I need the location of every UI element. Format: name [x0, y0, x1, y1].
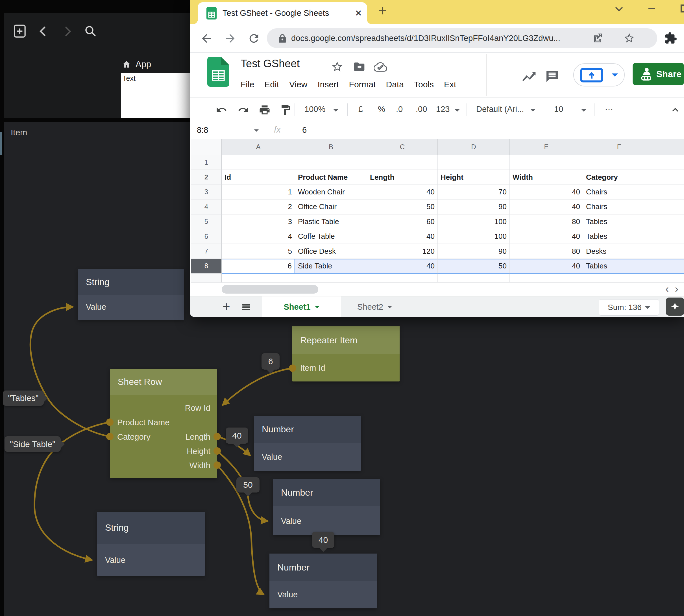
cell-A9[interactable] [222, 273, 295, 283]
cell-A4[interactable]: 2 [222, 199, 295, 214]
name-box[interactable]: 8:8 [197, 126, 208, 135]
row-header-9[interactable] [191, 273, 222, 283]
more-toolbar-button[interactable]: ⋯ [605, 105, 614, 114]
col-header-A[interactable]: A [222, 139, 295, 155]
cell-D6[interactable]: 100 [438, 229, 510, 244]
cell-F1[interactable] [583, 155, 655, 170]
row-header-6[interactable]: 6 [191, 229, 222, 244]
increase-decimal-button[interactable]: .00 [416, 105, 427, 114]
row-header-5[interactable]: 5 [191, 215, 222, 229]
node-number-length[interactable]: Number Value [254, 416, 361, 471]
decrease-decimal-button[interactable]: .0 [396, 105, 403, 114]
back-icon[interactable] [200, 32, 213, 45]
cell-E2[interactable]: Width [510, 170, 583, 184]
cell-D7[interactable]: 90 [438, 244, 510, 259]
node-string-bottom[interactable]: String Value [97, 512, 205, 576]
cloud-status-icon[interactable] [374, 61, 387, 73]
port-width[interactable]: Width [189, 461, 210, 470]
node-number-width[interactable]: Number Value [269, 553, 377, 608]
browser-tab[interactable]: Test GSheet - Google Sheets ✕ [198, 2, 367, 24]
cell-B1[interactable] [295, 155, 367, 170]
all-sheets-icon[interactable] [242, 304, 250, 310]
cell-F3[interactable]: Chairs [583, 185, 655, 199]
cell-C9[interactable] [367, 273, 438, 283]
cell-F5[interactable]: Tables [583, 215, 655, 229]
cell-C8[interactable]: 40 [367, 259, 438, 273]
col-header-G[interactable] [655, 139, 684, 155]
forward-button[interactable] [61, 24, 74, 39]
cell-B8[interactable]: Side Table [295, 259, 367, 273]
more-formats-button[interactable]: 123 [436, 105, 450, 114]
document-title[interactable]: Test GSheet [241, 58, 300, 70]
port-item-id[interactable]: Item Id [300, 364, 325, 373]
star-icon[interactable] [331, 61, 343, 73]
cell-B9[interactable] [295, 273, 367, 283]
sheet-tab-sheet2[interactable]: Sheet2 [348, 296, 402, 317]
cell-E6[interactable]: 40 [510, 229, 583, 244]
print-icon[interactable] [259, 104, 271, 116]
cell-G1[interactable] [655, 155, 684, 170]
row-header-2[interactable]: 2 [191, 170, 222, 184]
horizontal-scrollbar[interactable] [222, 285, 318, 293]
cell-F9[interactable] [583, 273, 655, 283]
cell-D3[interactable]: 70 [438, 185, 510, 199]
port-row-id[interactable]: Row Id [185, 403, 210, 413]
reload-icon[interactable] [247, 32, 260, 45]
cell-A3[interactable]: 1 [222, 185, 295, 199]
component-item-label[interactable]: Item [11, 128, 27, 137]
menu-view[interactable]: View [289, 80, 307, 89]
cell-C2[interactable]: Length [367, 170, 438, 184]
row-header-4[interactable]: 4 [191, 199, 222, 214]
cell-B5[interactable]: Plastic Table [295, 215, 367, 229]
col-header-E[interactable]: E [510, 139, 583, 155]
cell-C7[interactable]: 120 [367, 244, 438, 259]
cell-C4[interactable]: 50 [367, 199, 438, 214]
node-number-height[interactable]: Number Value [273, 479, 380, 535]
collapse-toolbar-icon[interactable] [670, 105, 681, 115]
format-percent-button[interactable]: % [378, 105, 385, 114]
cell-E3[interactable]: 40 [510, 185, 583, 199]
menu-file[interactable]: File [241, 80, 254, 89]
cell-D8[interactable]: 50 [438, 259, 510, 273]
cell-G5[interactable] [655, 215, 684, 229]
cell-E1[interactable] [510, 155, 583, 170]
cell-D9[interactable] [438, 273, 510, 283]
port-value[interactable]: Value [277, 590, 298, 599]
node-repeater-item[interactable]: Repeater Item Item Id [292, 326, 400, 381]
port-value[interactable]: Value [86, 302, 106, 312]
row-header-1[interactable]: 1 [191, 155, 222, 170]
cell-F2[interactable]: Category [583, 170, 655, 184]
search-icon[interactable] [83, 23, 98, 39]
add-sheet-icon[interactable]: + [223, 299, 230, 314]
cell-B2[interactable]: Product Name [295, 170, 367, 184]
window-minimize-icon[interactable] [645, 2, 659, 15]
cell-G7[interactable] [655, 244, 684, 259]
url-bar[interactable]: docs.google.com/spreadsheets/d/1D3IRuxIl… [267, 28, 657, 48]
preview-text-component[interactable]: Text [121, 73, 190, 118]
port-length[interactable]: Length [185, 432, 210, 442]
new-tab-icon[interactable]: + [379, 2, 387, 19]
extensions-puzzle-icon[interactable] [664, 32, 677, 45]
undo-icon[interactable] [216, 104, 228, 116]
cell-B4[interactable]: Office Chair [295, 199, 367, 214]
row-header-7[interactable]: 7 [191, 244, 222, 259]
cell-G9[interactable] [655, 273, 684, 283]
cell-B6[interactable]: Coffe Table [295, 229, 367, 244]
cell-G6[interactable] [655, 229, 684, 244]
redo-icon[interactable] [237, 104, 249, 116]
cell-C1[interactable] [367, 155, 438, 170]
cell-B3[interactable]: Wooden Chair [295, 185, 367, 199]
cell-G4[interactable] [655, 199, 684, 214]
port-category[interactable]: Category [117, 432, 151, 442]
col-header-D[interactable]: D [438, 139, 510, 155]
scroll-left-icon[interactable]: ‹ [665, 283, 669, 295]
cell-A7[interactable]: 5 [222, 244, 295, 259]
cell-G2[interactable] [655, 170, 684, 184]
comment-icon[interactable] [544, 68, 561, 85]
cell-C3[interactable]: 40 [367, 185, 438, 199]
cell-E7[interactable]: 80 [510, 244, 583, 259]
explore-button[interactable] [666, 298, 684, 316]
tab-close-icon[interactable]: ✕ [355, 8, 362, 18]
node-sheet-row[interactable]: Sheet Row Row Id Product Name Category L… [110, 369, 217, 478]
share-page-icon[interactable] [592, 32, 603, 44]
